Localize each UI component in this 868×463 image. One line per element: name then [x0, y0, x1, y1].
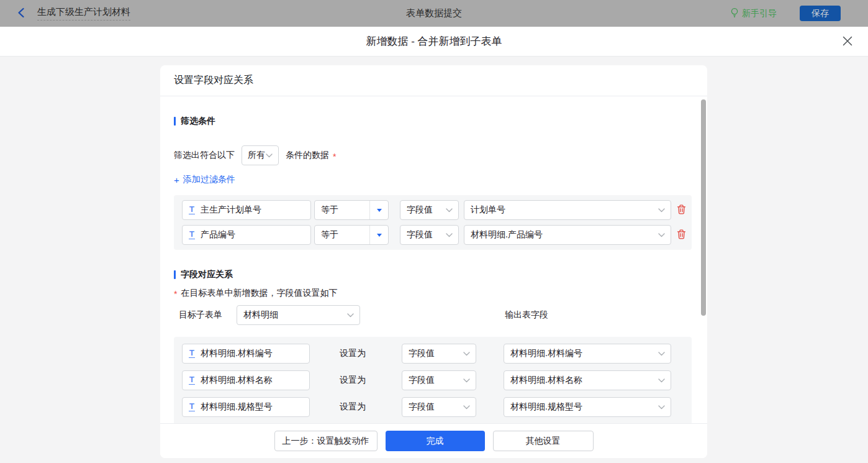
operator-select[interactable]: 等于 [314, 200, 389, 220]
compare-value: 材料明细.产品编号 [464, 229, 658, 241]
card-title: 设置字段对应关系 [160, 65, 707, 96]
mapping-field-name: 材料明细.规格型号 [201, 401, 273, 413]
target-subform-select[interactable]: 材料明细 [237, 305, 360, 325]
target-subform-row: 目标子表单 材料明细 输出表字段 [179, 305, 707, 325]
mapping-row: T 材料明细.材料编号 设置为 字段值 材料明细.材料编号 [182, 344, 692, 364]
value-type-value: 字段值 [402, 401, 463, 413]
chevron-down-icon [446, 233, 453, 237]
set-as-label: 设置为 [340, 401, 402, 413]
chevron-down-icon [658, 233, 665, 237]
save-button[interactable]: 保存 [800, 6, 841, 21]
required-asterisk: * [174, 289, 177, 299]
match-mode-select[interactable]: 所有 [242, 145, 279, 165]
trash-icon [677, 229, 686, 241]
dialog-header: 新增数据 - 合并新增到子表单 [0, 27, 868, 57]
plus-icon: + [174, 175, 179, 185]
set-as-label: 设置为 [340, 348, 402, 359]
value-type-value: 字段值 [402, 348, 463, 359]
dialog-body: 设置字段对应关系 筛选条件 筛选出符合以下 所有 条件的数据 * + [0, 57, 868, 463]
output-field-select[interactable]: 材料明细.规格型号 [504, 397, 671, 417]
operator-dropdown-zone[interactable] [369, 201, 388, 219]
trash-icon [677, 204, 686, 216]
mapping-row: T 材料明细.规格型号 设置为 字段值 材料明细.规格型号 [182, 397, 692, 417]
lightbulb-icon [730, 7, 739, 20]
compare-value-select[interactable]: 材料明细.产品编号 [464, 225, 671, 245]
filter-field-select[interactable]: T 主生产计划单号 [182, 200, 311, 220]
filter-field-select[interactable]: T 产品编号 [182, 225, 311, 245]
add-filter-condition-label: 添加过滤条件 [183, 174, 235, 185]
chevron-down-icon [658, 352, 665, 356]
text-field-icon: T [189, 403, 195, 411]
filter-section-heading: 筛选条件 [174, 116, 707, 127]
chevron-down-icon [658, 208, 665, 213]
filter-field-name: 产品编号 [201, 229, 235, 241]
filter-sentence-prefix: 筛选出符合以下 [174, 150, 235, 161]
operator-select[interactable]: 等于 [314, 225, 389, 245]
text-field-icon: T [189, 349, 195, 358]
operator-value: 等于 [315, 204, 369, 216]
dialog-title: 新增数据 - 合并新增到子表单 [366, 34, 502, 48]
card-scrollbar[interactable] [701, 99, 706, 316]
operator-dropdown-zone[interactable] [369, 226, 388, 244]
filter-sentence: 筛选出符合以下 所有 条件的数据 * [174, 145, 707, 165]
filter-heading-label: 筛选条件 [181, 116, 215, 127]
card-content: 筛选条件 筛选出符合以下 所有 条件的数据 * + 添加过滤条件 [160, 96, 707, 423]
mapping-field-select[interactable]: T 材料明细.材料编号 [182, 344, 310, 364]
compare-value: 计划单号 [464, 204, 658, 216]
mapping-field-name: 材料明细.材料编号 [201, 348, 273, 359]
value-type-select[interactable]: 字段值 [400, 225, 459, 245]
mapping-note-text: 在目标表单中新增数据，字段值设置如下 [181, 288, 337, 299]
value-type-value: 字段值 [400, 229, 446, 241]
operator-value: 等于 [315, 229, 369, 241]
done-button[interactable]: 完成 [386, 431, 485, 451]
output-field-value: 材料明细.材料编号 [504, 348, 658, 359]
other-settings-button[interactable]: 其他设置 [493, 431, 594, 451]
filter-row: T 产品编号 等于 字段值 材料明细.产品编号 [182, 225, 692, 245]
output-field-select[interactable]: 材料明细.材料编号 [504, 344, 671, 364]
chevron-down-icon [347, 313, 354, 318]
close-icon [843, 36, 852, 48]
previous-step-button[interactable]: 上一步：设置触发动作 [274, 431, 377, 451]
value-type-value: 字段值 [402, 375, 463, 386]
output-field-select[interactable]: 材料明细.材料名称 [504, 370, 671, 390]
output-fields-label: 输出表字段 [505, 309, 548, 321]
mapping-field-select[interactable]: T 材料明细.材料名称 [182, 370, 310, 390]
triangle-down-icon [377, 234, 382, 237]
beginner-guide-link[interactable]: 新手引导 [730, 7, 777, 20]
mapping-rows-panel: T 材料明细.材料编号 设置为 字段值 材料明细.材料编号 [174, 337, 692, 423]
value-type-select[interactable]: 字段值 [402, 397, 476, 417]
beginner-guide-label: 新手引导 [742, 8, 777, 19]
card-footer: 上一步：设置触发动作 完成 其他设置 [160, 423, 707, 458]
mapping-field-name: 材料明细.材料名称 [201, 375, 273, 386]
value-type-select[interactable]: 字段值 [402, 344, 476, 364]
text-field-icon: T [189, 231, 195, 239]
text-field-icon: T [189, 376, 195, 385]
mapping-section-heading: 字段对应关系 [174, 269, 707, 280]
filter-row: T 主生产计划单号 等于 字段值 计划单号 [182, 200, 692, 220]
target-subform-value: 材料明细 [237, 309, 347, 321]
chevron-down-icon [266, 154, 273, 158]
delete-condition-button[interactable] [676, 230, 686, 241]
value-type-select[interactable]: 字段值 [402, 370, 476, 390]
set-as-label: 设置为 [340, 375, 402, 386]
chevron-down-icon [446, 208, 453, 213]
match-mode-value: 所有 [242, 150, 266, 161]
chevron-down-icon [463, 405, 470, 410]
mapping-field-select[interactable]: T 材料明细.规格型号 [182, 397, 310, 417]
text-field-icon: T [189, 206, 195, 214]
delete-condition-button[interactable] [676, 205, 686, 216]
mapping-row: T 材料明细.材料名称 设置为 字段值 材料明细.材料名称 [182, 370, 692, 390]
chevron-down-icon [463, 378, 470, 383]
chevron-down-icon [658, 378, 665, 383]
value-type-value: 字段值 [400, 204, 446, 216]
close-button[interactable] [841, 35, 854, 48]
output-field-value: 材料明细.材料名称 [504, 375, 658, 386]
section-accent-bar [174, 270, 176, 279]
filter-rows-panel: T 主生产计划单号 等于 字段值 计划单号 [174, 195, 692, 250]
chevron-down-icon [463, 352, 470, 356]
add-filter-condition-link[interactable]: + 添加过滤条件 [174, 174, 235, 185]
value-type-select[interactable]: 字段值 [400, 200, 459, 220]
filter-sentence-suffix: 条件的数据 [286, 150, 329, 161]
compare-value-select[interactable]: 计划单号 [464, 200, 671, 220]
required-asterisk: * [333, 152, 336, 162]
